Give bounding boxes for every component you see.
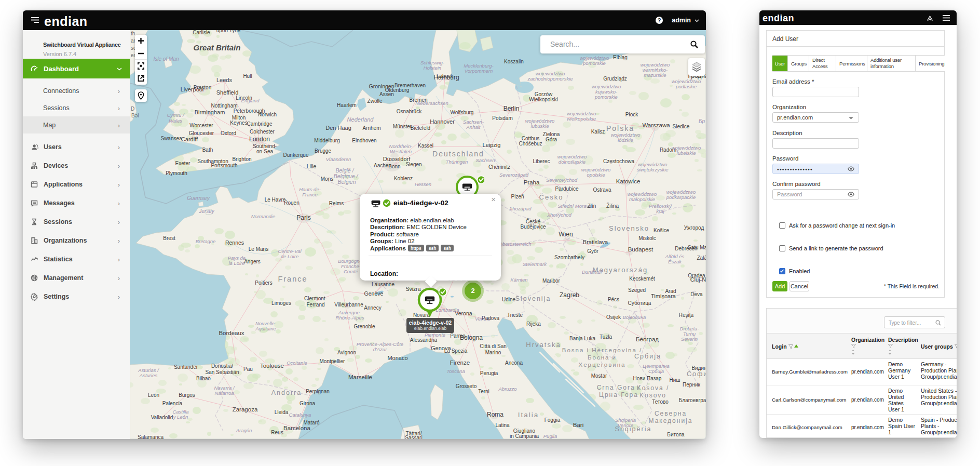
svg-text:Oxford: Oxford <box>221 130 236 136</box>
svg-text:Kecskemét: Kecskemét <box>629 276 655 282</box>
svg-text:Северна: Северна <box>655 410 687 417</box>
svg-text:Genève: Genève <box>364 290 384 297</box>
svg-text:Slovenija: Slovenija <box>515 295 551 302</box>
svg-text:Vlaanderen: Vlaanderen <box>326 156 351 162</box>
svg-text:Rijeka: Rijeka <box>526 321 541 327</box>
svg-text:Bratislava: Bratislava <box>583 239 608 245</box>
svg-text:Udine: Udine <box>502 297 516 302</box>
svg-text:Cardiff: Cardiff <box>181 136 198 142</box>
svg-text:Hessen: Hessen <box>415 181 431 187</box>
svg-text:Херцеговина: Херцеговина <box>579 362 626 368</box>
svg-text:Bordeaux: Bordeaux <box>219 330 244 336</box>
svg-text:Donostia/: Donostia/ <box>211 363 233 369</box>
svg-text:Tuzla: Tuzla <box>600 334 612 340</box>
svg-text:Portsmouth: Portsmouth <box>211 163 237 168</box>
svg-text:dolnośląskie: dolnośląskie <box>559 159 586 165</box>
svg-text:Santander: Santander <box>174 364 198 370</box>
svg-text:Kalisz: Kalisz <box>591 129 605 135</box>
svg-text:Comté: Comté <box>344 269 358 274</box>
svg-text:Angers: Angers <box>244 259 261 264</box>
svg-text:Palencia: Palencia <box>162 401 183 406</box>
svg-text:Góra: Góra <box>546 137 557 142</box>
svg-text:podlaskie: podlaskie <box>675 84 697 89</box>
svg-text:th: th <box>131 31 135 36</box>
svg-text:Ancona: Ancona <box>505 360 523 366</box>
svg-text:Chóśebuz: Chóśebuz <box>519 141 542 147</box>
svg-text:Marseille: Marseille <box>348 374 372 380</box>
svg-text:Vorpommern: Vorpommern <box>465 68 493 74</box>
svg-text:Andorra: Andorra <box>271 389 302 396</box>
svg-text:Firenze: Firenze <box>450 360 470 366</box>
svg-text:pomorskie: pomorskie <box>594 94 618 100</box>
svg-text:Liverpool: Liverpool <box>181 86 204 92</box>
svg-text:Holstein: Holstein <box>424 65 441 71</box>
svg-text:Foggia: Foggia <box>545 417 561 423</box>
svg-text:Győr: Győr <box>587 248 598 254</box>
svg-text:Puglia: Puglia <box>543 433 557 439</box>
svg-text:Osijek: Osijek <box>606 314 621 320</box>
svg-text:Great Britain: Great Britain <box>194 43 241 52</box>
svg-text:Salamanca: Salamanca <box>138 434 164 439</box>
svg-text:Slovensko: Slovensko <box>609 224 649 232</box>
svg-text:Mons: Mons <box>321 176 333 182</box>
svg-text:Nafarroa: Nafarroa <box>215 390 234 396</box>
svg-text:Veriore: Veriore <box>618 422 633 428</box>
svg-text:Rouen: Rouen <box>284 200 299 206</box>
svg-text:France: France <box>278 275 307 283</box>
svg-text:Grenoble: Grenoble <box>353 324 375 329</box>
svg-text:Deva: Deva <box>690 291 703 297</box>
svg-text:Bath: Bath <box>202 147 213 153</box>
svg-text:Budějovice: Budějovice <box>521 224 546 230</box>
svg-text:Босна и: Босна и <box>588 354 617 361</box>
svg-text:Mostar: Mostar <box>591 373 607 379</box>
svg-text:Aquitaine: Aquitaine <box>255 326 276 331</box>
svg-text:Potsdam: Potsdam <box>492 115 512 121</box>
svg-text:Catalunya: Catalunya <box>289 412 311 418</box>
svg-text:Częstochowa: Częstochowa <box>603 158 634 164</box>
svg-text:Occitanie: Occitanie <box>287 360 307 366</box>
svg-text:Szeged: Szeged <box>628 287 646 293</box>
svg-text:Terni: Terni <box>478 389 489 394</box>
svg-text:Keynes: Keynes <box>230 120 247 126</box>
svg-text:pomorskie: pomorskie <box>582 60 606 66</box>
svg-text:Црна Гора: Црна Гора <box>599 391 638 398</box>
svg-text:Wales: Wales <box>169 118 182 124</box>
svg-text:Jersey: Jersey <box>198 208 214 214</box>
svg-text:Hamburg: Hamburg <box>433 74 459 81</box>
svg-text:Praha: Praha <box>524 179 540 185</box>
svg-text:León: León <box>148 392 159 398</box>
svg-text:Birmingham: Birmingham <box>195 109 225 115</box>
svg-text:Reus: Reus <box>271 430 283 435</box>
svg-text:D: D <box>131 106 134 112</box>
svg-text:Kosova /: Kosova / <box>637 384 670 392</box>
svg-text:opolskie: opolskie <box>587 172 605 178</box>
svg-text:Rennes: Rennes <box>225 239 244 246</box>
svg-text:Marino: Marino <box>485 350 501 355</box>
svg-text:łódzkie: łódzkie <box>618 137 633 143</box>
svg-text:Reşiţa: Reşiţa <box>679 312 694 318</box>
svg-text:Тетово: Тетово <box>652 399 669 405</box>
svg-text:Satu Mare: Satu Mare <box>688 245 706 250</box>
svg-text:Leeds: Leeds <box>216 77 232 83</box>
svg-text:Brighton: Brighton <box>232 156 251 162</box>
svg-text:Steiermark: Steiermark <box>523 261 547 267</box>
svg-text:d'Azur: d'Azur <box>373 347 387 352</box>
svg-text:Toulouse: Toulouse <box>260 363 284 369</box>
svg-text:świętokrzyskie: świętokrzyskie <box>636 167 668 172</box>
svg-text:Perugia: Perugia <box>480 370 498 376</box>
svg-text:Lille: Lille <box>307 163 317 169</box>
svg-text:Koblenz: Koblenz <box>394 176 413 181</box>
svg-text:Sachsen: Sachsen <box>476 157 495 163</box>
svg-text:Bielefeld: Bielefeld <box>411 125 430 131</box>
svg-text:Chemnitz: Chemnitz <box>488 164 510 170</box>
svg-text:Norwich: Norwich <box>258 112 277 117</box>
svg-text:Bəl: Bəl <box>131 113 139 118</box>
svg-text:de Loire: de Loire <box>281 254 298 259</box>
svg-text:Wolfsburg: Wolfsburg <box>451 110 474 115</box>
svg-text:Bonn: Bonn <box>388 164 400 169</box>
svg-text:Košice: Košice <box>654 228 669 233</box>
svg-text:lubelskie: lubelskie <box>677 150 696 156</box>
svg-text:Middelburg: Middelburg <box>314 138 339 143</box>
svg-text:Valladolid: Valladolid <box>151 415 173 420</box>
svg-text:Osnabrück: Osnabrück <box>397 109 422 114</box>
